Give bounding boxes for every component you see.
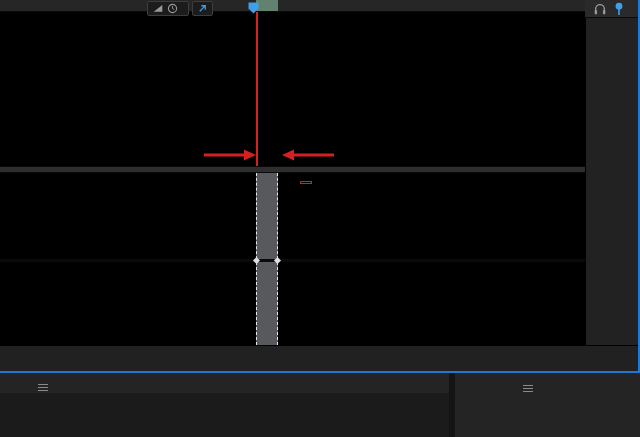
hud-gain-chip[interactable] (147, 1, 189, 16)
playhead-marker-icon[interactable] (247, 0, 260, 12)
lag-note-annotation (300, 181, 312, 184)
spectrogram-selection-band[interactable] (256, 173, 278, 259)
pin-icon[interactable] (613, 2, 625, 16)
spectrogram-right-channel[interactable] (0, 262, 585, 345)
waveform-display[interactable] (0, 12, 585, 166)
editor-corner-tools (585, 0, 638, 18)
audio-editor-app (0, 0, 640, 437)
headphones-icon[interactable] (593, 2, 607, 16)
panel-menu-icon[interactable] (523, 379, 533, 397)
hud-snap-chip[interactable] (192, 1, 213, 16)
hud-toolbar (147, 1, 213, 16)
waveform-editor-panel (0, 0, 640, 373)
transport-bar (0, 345, 638, 371)
bottom-dock (0, 373, 640, 437)
spectrogram-selection-band[interactable] (256, 262, 278, 345)
clock-icon (167, 0, 178, 18)
playhead-line (256, 12, 258, 166)
timeline-ruler[interactable] (0, 0, 585, 12)
selection-view-panel (455, 373, 640, 437)
level-meter (0, 393, 449, 437)
levels-panel (0, 373, 449, 437)
selection-arrows-annotation (196, 146, 342, 164)
view-divider[interactable] (0, 166, 638, 173)
arrow-ne-icon (197, 0, 208, 18)
levels-icon (152, 0, 164, 18)
spectrogram-left-channel[interactable] (0, 173, 585, 259)
amplitude-frequency-ruler (585, 18, 638, 345)
